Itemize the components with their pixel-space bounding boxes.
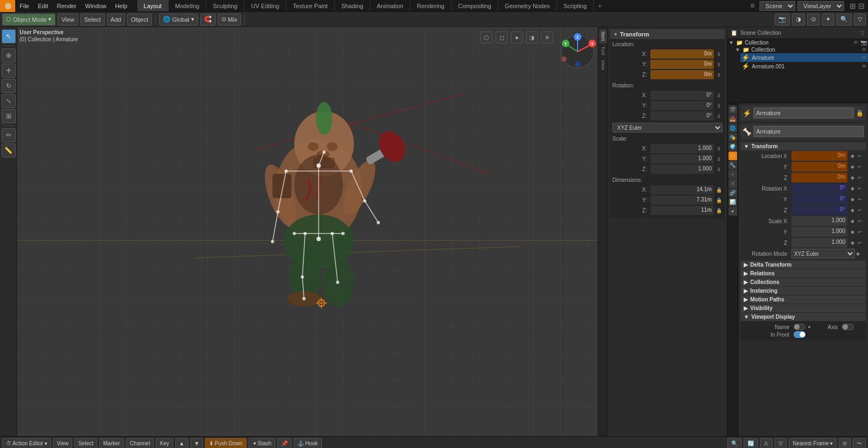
scale-z-lock[interactable]: ⊻: [715, 166, 723, 173]
viewport-shading-solid[interactable]: ●: [511, 31, 523, 43]
constraints-props-tab[interactable]: 🔗: [728, 188, 737, 197]
prop-scale-x-value[interactable]: 1.000: [791, 216, 847, 226]
output-props-tab[interactable]: 📤: [728, 115, 737, 123]
collections-section[interactable]: ▶ Collections: [740, 278, 866, 286]
tab-layout[interactable]: Layout: [137, 0, 169, 11]
view-layer-selector[interactable]: ViewLayer: [797, 1, 844, 11]
scale-tool-btn[interactable]: ⤡: [2, 94, 16, 108]
rotation-x-lock[interactable]: ⊻: [715, 92, 723, 99]
prop-scale-y-value[interactable]: 1.000: [791, 227, 847, 237]
viewport[interactable]: User Perspective (0) Collection | Armatu…: [17, 27, 607, 436]
camera-view-btn[interactable]: 📷: [775, 14, 790, 26]
camera-icon-collection[interactable]: 📷: [860, 40, 867, 46]
delta-transform-section[interactable]: ▶ Delta Transform: [740, 261, 866, 269]
material-props-tab[interactable]: ●: [728, 207, 737, 216]
menu-file[interactable]: File: [15, 0, 34, 11]
search-btn[interactable]: 🔍: [837, 14, 852, 26]
scale-z[interactable]: 1.000: [650, 165, 714, 174]
scene-selector[interactable]: Scene: [759, 1, 795, 11]
tool-tab[interactable]: Tool: [599, 44, 607, 58]
prop-rot-y-value[interactable]: 0°: [791, 194, 847, 204]
in-front-toggle-switch[interactable]: [794, 331, 806, 338]
tab-rendering[interactable]: Rendering: [410, 0, 452, 11]
ae-up-btn[interactable]: ▲: [175, 438, 188, 449]
prop-scale-z-keyframe[interactable]: ◆: [848, 240, 856, 245]
location-z[interactable]: 0m: [650, 70, 714, 79]
dim-x-lock[interactable]: 🔒: [715, 186, 723, 194]
add-workspace-btn[interactable]: +: [594, 3, 606, 9]
scale-x-lock[interactable]: ⊻: [715, 145, 723, 153]
prop-loc-x-value[interactable]: 0m: [791, 151, 847, 161]
prop-loc-x-keyframe[interactable]: ◆: [848, 153, 856, 159]
menu-help[interactable]: Help: [111, 0, 132, 11]
viewport-display-section[interactable]: ▼ Viewport Display: [740, 313, 866, 321]
viewport-shading-wireframe[interactable]: ◻: [496, 31, 508, 43]
tab-scripting[interactable]: Scripting: [557, 0, 594, 11]
prop-scale-y-reset[interactable]: ↩: [856, 229, 864, 235]
select-tool-btn[interactable]: ↖: [2, 29, 16, 43]
prop-loc-z-value[interactable]: 0m: [791, 173, 847, 182]
prop-loc-y-value[interactable]: 0m: [791, 162, 847, 172]
ae-pin-btn[interactable]: 📌: [277, 438, 292, 449]
prop-rot-y-reset[interactable]: ↩: [856, 197, 864, 202]
tab-geometry-nodes[interactable]: Geometry Nodes: [498, 0, 557, 11]
ae-marker-btn[interactable]: Marker: [99, 438, 124, 449]
relations-section[interactable]: ▶ Relations: [740, 269, 866, 277]
prop-rotation-mode-select[interactable]: XYZ Euler: [791, 249, 855, 258]
viewport-shading-rendered[interactable]: ☀: [541, 31, 553, 43]
data-props-tab[interactable]: 📊: [728, 198, 737, 206]
ae-type-select-btn[interactable]: ⚓ Hook: [294, 438, 321, 449]
render-props-tab[interactable]: 🎬: [728, 105, 737, 114]
prop-loc-z-keyframe[interactable]: ◆: [848, 175, 856, 180]
viewport-shading-material[interactable]: ◑: [526, 31, 538, 43]
scale-y-lock[interactable]: ⊻: [715, 155, 723, 163]
particles-props-tab[interactable]: ⋆: [728, 170, 737, 179]
world-props-tab[interactable]: 🌍: [728, 142, 737, 151]
stash-btn[interactable]: ✦ Stash: [249, 438, 276, 449]
tab-texture-paint[interactable]: Texture Paint: [286, 0, 334, 11]
tab-uv-editing[interactable]: UV Editing: [244, 0, 286, 11]
gizmo-btn[interactable]: ✦: [822, 14, 834, 26]
prop-loc-y-keyframe[interactable]: ◆: [848, 164, 856, 169]
dim-z[interactable]: 11m: [650, 206, 714, 215]
rotation-z[interactable]: 0°: [650, 111, 714, 121]
prop-scale-x-reset[interactable]: ↩: [856, 218, 864, 224]
rotation-y-lock[interactable]: ⊻: [715, 102, 723, 110]
eye-icon-collection[interactable]: 👁: [853, 40, 859, 46]
ae-view-btn[interactable]: View: [53, 438, 73, 449]
prop-scale-z-reset[interactable]: ↩: [856, 240, 864, 245]
transform-panel-header[interactable]: ▼ Transform: [610, 29, 725, 39]
eye-icon[interactable]: 👁: [861, 47, 867, 53]
add-btn[interactable]: Add: [107, 14, 125, 26]
blender-logo[interactable]: ◎: [0, 0, 15, 12]
prop-scale-x-keyframe[interactable]: ◆: [848, 218, 856, 224]
tab-compositing[interactable]: Compositing: [452, 0, 498, 11]
overlay-btn[interactable]: ⊙: [807, 14, 820, 26]
ae-key-btn[interactable]: Key: [156, 438, 173, 449]
location-y-lock[interactable]: ⊻: [715, 61, 723, 68]
action-editor-type-btn[interactable]: ⏱ Action Editor ▾: [2, 438, 51, 449]
nearest-frame-btn[interactable]: Nearest Frame ▾: [789, 438, 837, 449]
armature-1-eye[interactable]: 👁: [861, 55, 867, 61]
location-x-lock[interactable]: ⊻: [715, 51, 723, 58]
tab-animation[interactable]: Animation: [370, 0, 410, 11]
scale-y[interactable]: 1.000: [650, 154, 714, 163]
ae-select-btn[interactable]: Select: [74, 438, 97, 449]
menu-window[interactable]: Window: [81, 0, 111, 11]
filter-btn[interactable]: ▽: [854, 14, 866, 26]
proportional-btn[interactable]: ⊙ Mix: [218, 14, 241, 26]
instancing-section[interactable]: ▶ Instancing: [740, 287, 866, 295]
visibility-section[interactable]: ▶ Visibility: [740, 304, 866, 312]
prop-scale-z-value[interactable]: 1.000: [791, 238, 847, 248]
viewport-mode-icon[interactable]: ⬡ Object Mode ▾: [2, 14, 55, 26]
transform-tool-btn[interactable]: ⊞: [2, 109, 16, 123]
viewport-shading-btn[interactable]: ◑: [792, 14, 805, 26]
axis-widget[interactable]: Z X Y: [559, 33, 597, 71]
cursor-tool-btn[interactable]: ⊕: [2, 48, 16, 62]
object-btn[interactable]: Object: [127, 14, 152, 26]
rotate-tool-btn[interactable]: ↻: [2, 79, 16, 93]
scale-x[interactable]: 1.000: [650, 144, 714, 153]
ae-filter-btn[interactable]: ▽: [775, 438, 787, 449]
snap-btn[interactable]: 🧲: [200, 14, 216, 26]
name-toggle-switch[interactable]: [794, 324, 806, 330]
